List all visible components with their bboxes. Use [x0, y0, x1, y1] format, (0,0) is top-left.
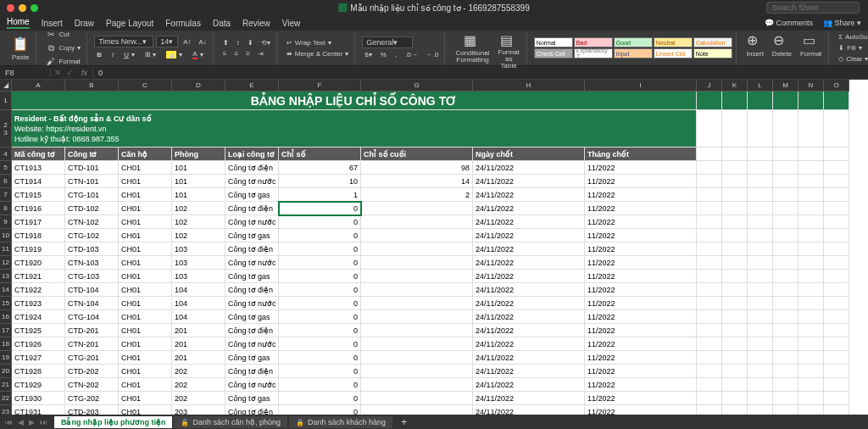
cut-button[interactable]: ✂Cut: [43, 29, 83, 41]
data-cell[interactable]: 24/11/2022: [473, 337, 585, 351]
underline-button[interactable]: U ▾: [121, 49, 137, 60]
cell[interactable]: [722, 229, 748, 242]
cell[interactable]: [773, 215, 798, 229]
cell[interactable]: [697, 242, 722, 256]
column-header[interactable]: C: [119, 80, 172, 92]
cell[interactable]: [798, 229, 824, 242]
data-cell[interactable]: [361, 242, 473, 256]
row-header[interactable]: 19: [0, 351, 12, 365]
cell[interactable]: [824, 297, 849, 310]
column-header[interactable]: L: [748, 80, 773, 92]
paste-button[interactable]: 📋Paste: [8, 36, 32, 61]
cell[interactable]: [824, 148, 849, 161]
data-cell[interactable]: 0: [279, 337, 361, 351]
data-cell[interactable]: CT1917: [12, 215, 65, 229]
data-cell[interactable]: Công tơ gas: [225, 188, 279, 202]
table-header-cell[interactable]: Mã công tơ: [12, 148, 65, 161]
data-cell[interactable]: CT1924: [12, 310, 65, 324]
data-cell[interactable]: [361, 365, 473, 378]
data-cell[interactable]: CH01: [119, 215, 172, 229]
cell[interactable]: [824, 405, 849, 415]
data-cell[interactable]: CT1928: [12, 365, 65, 378]
data-cell[interactable]: 1: [279, 188, 361, 202]
cell[interactable]: [697, 175, 722, 188]
cell[interactable]: [748, 256, 773, 270]
font-name-dropdown[interactable]: Times New... ▾: [94, 36, 153, 47]
table-header-cell[interactable]: Tháng chốt: [585, 148, 697, 161]
align-middle-button[interactable]: ↕: [234, 38, 242, 47]
data-cell[interactable]: Công tơ nước: [225, 215, 279, 229]
data-cell[interactable]: CH01: [119, 161, 172, 175]
cell[interactable]: [824, 337, 849, 351]
cell[interactable]: [824, 110, 849, 148]
cell[interactable]: [722, 270, 748, 283]
data-cell[interactable]: [361, 283, 473, 297]
data-cell[interactable]: 24/11/2022: [473, 392, 585, 405]
data-cell[interactable]: CH01: [119, 297, 172, 310]
cell[interactable]: [824, 229, 849, 242]
data-cell[interactable]: 201: [172, 324, 225, 337]
cell[interactable]: [798, 310, 824, 324]
data-cell[interactable]: CH01: [119, 175, 172, 188]
row-header[interactable]: 13: [0, 270, 12, 283]
cell[interactable]: [722, 405, 748, 415]
data-cell[interactable]: 11/2022: [585, 324, 697, 337]
data-cell[interactable]: CH01: [119, 324, 172, 337]
data-cell[interactable]: CT1915: [12, 188, 65, 202]
cell[interactable]: [748, 310, 773, 324]
column-header[interactable]: D: [172, 80, 225, 92]
data-cell[interactable]: Công tơ nước: [225, 378, 279, 392]
row-header[interactable]: 15: [0, 297, 12, 310]
data-cell[interactable]: 11/2022: [585, 337, 697, 351]
copy-button[interactable]: ⧉Copy ▾: [43, 42, 83, 54]
cell[interactable]: [798, 337, 824, 351]
data-cell[interactable]: 24/11/2022: [473, 297, 585, 310]
row-header[interactable]: 23: [0, 405, 12, 415]
data-cell[interactable]: CTG-104: [65, 310, 119, 324]
cell[interactable]: [722, 310, 748, 324]
data-cell[interactable]: Công tơ gas: [225, 310, 279, 324]
cell[interactable]: [748, 92, 773, 110]
cell[interactable]: [824, 242, 849, 256]
cell[interactable]: [748, 229, 773, 242]
cell-style-good[interactable]: Good: [614, 37, 653, 47]
data-cell[interactable]: CTD-202: [65, 365, 119, 378]
data-cell[interactable]: 102: [172, 229, 225, 242]
cell[interactable]: [722, 188, 748, 202]
data-cell[interactable]: Công tơ gas: [225, 270, 279, 283]
column-header[interactable]: N: [798, 80, 824, 92]
cell[interactable]: [824, 270, 849, 283]
increase-font-button[interactable]: A↑: [181, 36, 193, 47]
border-button[interactable]: ⊞ ▾: [142, 49, 159, 60]
cell[interactable]: [798, 283, 824, 297]
row-header[interactable]: 1: [0, 92, 12, 110]
cell[interactable]: [798, 378, 824, 392]
merge-center-button[interactable]: ⬌ Merge & Center ▾: [284, 49, 351, 58]
table-header-cell[interactable]: Công tơ: [65, 148, 119, 161]
comments-button[interactable]: 💬 Comments: [765, 19, 813, 27]
sheet-title[interactable]: BẢNG NHẬP LIỆU CHỈ SỐ CÔNG TƠ: [12, 92, 697, 110]
tab-page-layout[interactable]: Page Layout: [106, 19, 153, 28]
row-header[interactable]: 16: [0, 310, 12, 324]
tab-formulas[interactable]: Formulas: [165, 19, 201, 28]
cell[interactable]: [697, 337, 722, 351]
column-header[interactable]: B: [65, 80, 119, 92]
align-bottom-button[interactable]: ⬇: [245, 38, 256, 47]
data-cell[interactable]: Công tơ gas: [225, 229, 279, 242]
data-cell[interactable]: 103: [172, 256, 225, 270]
cell[interactable]: [697, 351, 722, 365]
column-header[interactable]: M: [773, 80, 798, 92]
table-header-cell[interactable]: Căn hộ: [119, 148, 172, 161]
cell[interactable]: [773, 161, 798, 175]
column-header[interactable]: A: [12, 80, 65, 92]
cell[interactable]: [824, 324, 849, 337]
clear-button[interactable]: ◇ Clear ▾: [836, 54, 868, 64]
cell[interactable]: [697, 188, 722, 202]
cell[interactable]: [773, 92, 798, 110]
cell-style-explanatory[interactable]: Explanatory T...: [574, 48, 613, 58]
cell[interactable]: [798, 324, 824, 337]
tab-draw[interactable]: Draw: [75, 19, 94, 28]
row-header[interactable]: 6: [0, 175, 12, 188]
data-cell[interactable]: CTG-202: [65, 392, 119, 405]
minimize-icon[interactable]: [19, 4, 26, 12]
